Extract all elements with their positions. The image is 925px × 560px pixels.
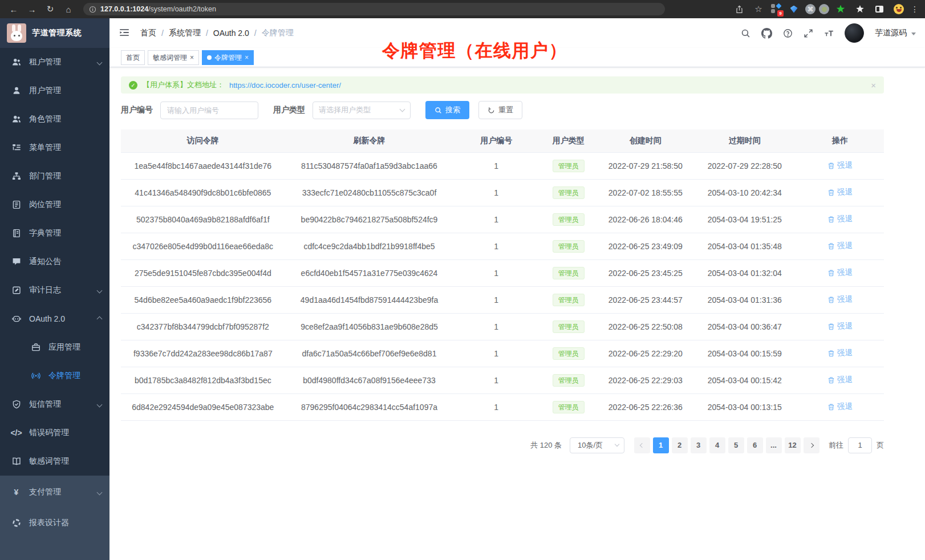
tab-item[interactable]: 敏感词管理×: [148, 50, 199, 65]
force-logout-button[interactable]: 强退: [827, 267, 853, 278]
address-bar[interactable]: 127.0.0.1:1024/system/oauth2/token: [83, 3, 665, 15]
site-info-icon[interactable]: [89, 6, 96, 13]
force-logout-button[interactable]: 强退: [827, 160, 853, 171]
search-button[interactable]: 搜索: [425, 101, 469, 119]
user-id-input[interactable]: [160, 102, 258, 119]
tab-close-icon[interactable]: ×: [190, 54, 194, 61]
force-logout-button[interactable]: 强退: [827, 241, 853, 251]
sidebar-item-oauth2-token[interactable]: 令牌管理: [0, 362, 109, 390]
report-icon: [11, 518, 21, 528]
page-button[interactable]: 2: [672, 437, 688, 453]
created-time-cell: 2022-06-25 23:44:57: [598, 286, 693, 313]
record-extension-icon[interactable]: [819, 4, 829, 14]
header-search-icon[interactable]: [741, 29, 750, 38]
browser-back-icon[interactable]: ←: [6, 2, 22, 16]
filter-form: 用户编号 用户类型 请选择用户类型 搜索 重置: [121, 101, 884, 119]
sidebar-item-label: 字典管理: [29, 228, 61, 238]
gem-extension-icon[interactable]: [786, 2, 802, 16]
force-logout-button[interactable]: 强退: [827, 294, 853, 305]
browser-menu-icon[interactable]: ⋮: [910, 5, 919, 14]
breadcrumb-item[interactable]: 首页: [140, 28, 156, 38]
sidebar-item-audit-log[interactable]: 审计日志: [0, 276, 109, 305]
green-star-extension-icon[interactable]: [833, 2, 849, 16]
sidebar-item-dept[interactable]: 部门管理: [0, 162, 109, 190]
tab-item[interactable]: 首页: [121, 50, 145, 65]
browser-forward-icon[interactable]: →: [24, 2, 40, 16]
sidebar-item-error-code[interactable]: </>错误码管理: [0, 419, 109, 447]
sidebar-header[interactable]: 芋道管理系统: [0, 18, 109, 48]
page-button[interactable]: 12: [785, 437, 801, 453]
refresh-token-cell: e6cfd40eb1f54571a31e775e039c4624: [285, 259, 454, 286]
chevron-down-icon: [97, 287, 103, 293]
goto-page-input[interactable]: [848, 437, 872, 453]
help-icon[interactable]: [783, 29, 793, 38]
doc-link[interactable]: https://doc.iocoder.cn/user-center/: [229, 81, 341, 90]
github-icon[interactable]: [761, 28, 772, 39]
table-row: 502375b8040a469a9b82188afdf6af1fbe90422b…: [121, 206, 884, 233]
page-button[interactable]: 6: [747, 437, 763, 453]
side-panel-icon[interactable]: [871, 2, 887, 16]
sidebar-item-tenant[interactable]: 租户管理: [0, 48, 109, 76]
user-avatar[interactable]: [845, 23, 864, 43]
user-type-cell: 管理员: [539, 259, 598, 286]
sidebar-item-sms[interactable]: 短信管理: [0, 390, 109, 419]
breadcrumb-item[interactable]: OAuth 2.0: [213, 29, 249, 38]
pager-ellipsis[interactable]: ...: [766, 437, 782, 453]
sidebar-item-menu[interactable]: 菜单管理: [0, 133, 109, 162]
page-button[interactable]: 4: [709, 437, 725, 453]
sidebar-item-oauth2[interactable]: OAuth 2.0: [0, 305, 109, 333]
page-button[interactable]: 5: [728, 437, 744, 453]
command-extension-icon[interactable]: ⌘: [805, 4, 816, 14]
refresh-token-cell: 333ecfc71e02480cb11055c875c3ca0f: [285, 179, 454, 206]
force-logout-button[interactable]: 强退: [827, 375, 853, 385]
emoji-profile-icon[interactable]: [891, 2, 907, 16]
sidebar-item-dict[interactable]: 字典管理: [0, 219, 109, 247]
sidebar-collapse-icon[interactable]: [119, 28, 131, 38]
font-size-icon[interactable]: [824, 29, 834, 38]
next-page-button[interactable]: [804, 437, 819, 453]
user-icon: [11, 86, 21, 96]
force-logout-button[interactable]: 强退: [827, 348, 853, 358]
sidebar-item-report-designer[interactable]: 报表设计器: [0, 508, 109, 538]
sidebar-item-sensitive-word[interactable]: 敏感词管理: [0, 447, 109, 476]
sidebar-item-notice[interactable]: 通知公告: [0, 247, 109, 276]
force-logout-label: 强退: [837, 214, 853, 224]
annotation-text: 令牌管理（在线用户）: [382, 39, 567, 63]
prev-page-button[interactable]: [634, 437, 650, 453]
tab-item[interactable]: 令牌管理×: [202, 50, 254, 65]
force-logout-button[interactable]: 强退: [827, 187, 853, 197]
force-logout-label: 强退: [837, 267, 853, 278]
page-button[interactable]: 3: [691, 437, 707, 453]
sidebar-item-post[interactable]: 岗位管理: [0, 190, 109, 219]
user-type-select[interactable]: 请选择用户类型: [313, 102, 411, 119]
browser-home-icon[interactable]: ⌂: [60, 2, 76, 16]
breadcrumb-item[interactable]: 系统管理: [169, 28, 201, 38]
share-icon[interactable]: [731, 2, 747, 16]
table-row: 6d842e2924594de9a09e45e087323abe8796295f…: [121, 393, 884, 420]
sidebar-item-role[interactable]: 角色管理: [0, 105, 109, 133]
white-star-extension-icon[interactable]: [852, 2, 868, 16]
extension-grid-icon[interactable]: 9: [770, 3, 782, 15]
total-count: 共 120 条: [530, 440, 562, 451]
force-logout-button[interactable]: 强退: [827, 321, 853, 331]
force-logout-button[interactable]: 强退: [827, 214, 853, 224]
bookmark-star-icon[interactable]: ☆: [750, 2, 766, 16]
fullscreen-icon[interactable]: [804, 29, 813, 38]
banner-close-icon[interactable]: ×: [871, 80, 876, 90]
user-menu[interactable]: 芋道源码: [875, 28, 916, 38]
reset-button[interactable]: 重置: [478, 101, 522, 119]
force-logout-button[interactable]: 强退: [827, 401, 853, 412]
browser-reload-icon[interactable]: ↻: [42, 2, 58, 16]
chevron-down-icon: [97, 401, 103, 407]
tab-close-icon[interactable]: ×: [245, 54, 249, 61]
sidebar-item-user[interactable]: 用户管理: [0, 76, 109, 105]
sidebar-item-pay[interactable]: ¥支付管理: [0, 477, 109, 508]
page-size-select[interactable]: 10条/页: [570, 437, 624, 453]
refresh-token-cell: b0df4980ffd34c67a08f9156e4eee733: [285, 367, 454, 393]
trash-icon: [827, 403, 835, 411]
expire-time-cell: 2054-03-04 00:15:59: [693, 340, 796, 367]
sidebar-item-oauth2-app[interactable]: 应用管理: [0, 333, 109, 362]
table-row: 54d6be82ee5a460a9aedc1f9bf22365649d1aa46…: [121, 286, 884, 313]
page-button[interactable]: 1: [653, 437, 669, 453]
refresh-token-cell: 811c530487574fa0af1a59d3abc1aa66: [285, 152, 454, 179]
